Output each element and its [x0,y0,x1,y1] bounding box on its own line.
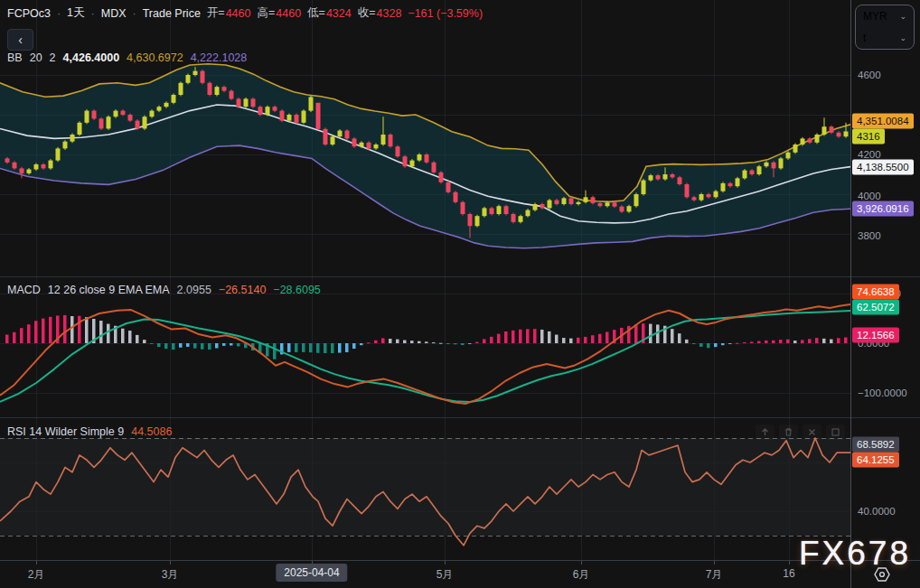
time-axis-label: 2月 [28,567,45,583]
fx678-watermark: FX678 [799,535,911,573]
header-segment: · [133,7,136,20]
rsi-legend-value: 44.5086 [131,425,172,438]
price-axis[interactable]: 46004200400038004,351.008443164,138.5500… [850,0,920,588]
header-segment: · [91,7,95,20]
axis-tick-label: 40.0000 [858,506,896,517]
bb-legend-value: 4,222.1028 [191,51,248,64]
bb-indicator-legend[interactable]: BB2024,426.40004,630.69724,222.1028 [7,51,254,64]
macd-indicator-legend[interactable]: MACD12 26 close 9 EMA EMA2.0955−26.5140−… [7,284,328,296]
bb-legend-value: 4,426.4000 [63,51,120,64]
macd-legend-value: MACD [7,284,41,296]
header-segment: 4460 [226,7,251,20]
header-segment: 4460 [276,7,301,20]
axis-tick-label: 3800 [858,230,881,241]
axis-price-badge: 4,351.0084 [852,114,914,129]
bb-legend-value: 4,630.6972 [127,51,183,64]
axis-price-badge: 74.6638 [852,285,899,300]
maximize-icon[interactable] [826,425,845,440]
time-axis-label: 7月 [706,567,723,583]
axis-price-badge: 64.1255 [852,453,899,468]
macd-legend-value: −28.6095 [273,284,320,296]
macd-legend-value: 12 26 close 9 EMA EMA [48,284,170,296]
axis-price-badge: 62.5072 [852,300,899,315]
time-axis[interactable]: 2月3月2025-04-045月6月7月16 [0,561,920,588]
axis-price-badge: 4,138.5500 [852,160,914,175]
header-segment: · [57,7,61,20]
macd-signal-line [0,311,850,402]
header-segment: MDX [101,7,127,20]
bb-legend-value: 2 [50,51,56,64]
trading-chart-app: FCPOc3·1天·MDX·Trade Price开=4460高=4460低=4… [0,0,920,588]
rsi-indicator-legend[interactable]: RSI 14 Wilder Simple 944.5086 [7,425,179,438]
header-segment: 4328 [377,7,402,20]
back-button[interactable]: ‹ [7,29,33,51]
macd-legend-value: −26.5140 [219,284,266,296]
axis-price-badge: 12.1566 [852,328,899,343]
arrow-up-icon[interactable] [756,425,774,440]
close-icon[interactable] [803,425,821,440]
rsi-zone-fill [0,438,850,536]
rsi-pane-controls [756,425,845,440]
macd-line [0,304,850,404]
trash-icon[interactable] [779,425,798,440]
crosshair-date-badge: 2025-04-04 [276,564,347,582]
axis-tick-label: 4000 [858,191,881,201]
time-axis-label: 3月 [162,567,179,583]
header-segment: 收= [358,5,376,21]
axis-price-badge: 68.5892 [852,437,899,453]
header-segment: −161 (−3.59%) [408,7,483,20]
time-axis-label: 16 [783,567,794,580]
header-segment: 低= [307,5,325,21]
logo-hexagon-icon[interactable] [871,565,893,584]
header-segment: 高= [257,5,275,21]
axis-tick-label: 4600 [858,70,881,80]
header-segment: 4324 [326,7,352,20]
axis-tick-label: −100.0000 [858,387,907,398]
axis-price-badge: 3,926.0916 [852,201,914,217]
macd-pane [0,304,850,404]
bb-legend-value: 20 [30,51,42,64]
axis-price-badge: 4316 [852,129,885,145]
header-segment: Trade Price [143,7,201,20]
header-segment: FCPOc3 [7,7,51,20]
macd-legend-value: 2.0955 [177,284,211,296]
axis-tick-label: 4200 [858,149,881,160]
price-pane [0,64,850,248]
header-segment: 1天 [67,5,84,21]
time-axis-label: 6月 [573,567,590,583]
header-segment: 开= [207,5,225,21]
time-axis-label: 5月 [437,567,454,583]
rsi-legend-value: RSI 14 Wilder Simple 9 [7,425,124,438]
symbol-header[interactable]: FCPOc3·1天·MDX·Trade Price开=4460高=4460低=4… [7,5,489,21]
chevron-left-icon: ‹ [18,33,23,46]
bb-legend-value: BB [7,51,23,64]
